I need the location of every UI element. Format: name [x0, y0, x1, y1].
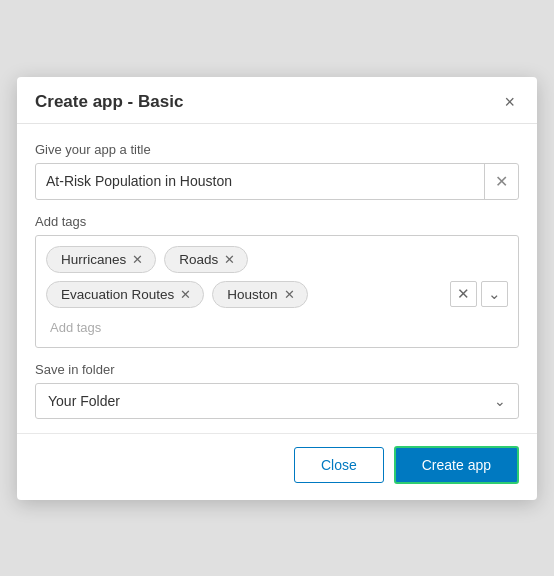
tag-hurricanes: Hurricanes ✕ [46, 246, 156, 273]
tag-roads: Roads ✕ [164, 246, 248, 273]
tag-hurricanes-label: Hurricanes [61, 252, 126, 267]
title-input-wrapper: ✕ [35, 163, 519, 200]
title-field-label: Give your app a title [35, 142, 519, 157]
dialog-header: Create app - Basic × [17, 77, 537, 124]
tags-row-2: Evacuation Routes ✕ Houston ✕ ✕ ⌄ [46, 281, 508, 308]
tag-houston-remove[interactable]: ✕ [284, 288, 295, 301]
tags-collapse-button[interactable]: ⌄ [481, 281, 508, 307]
title-input[interactable] [36, 164, 484, 198]
dialog-title: Create app - Basic [35, 92, 183, 112]
close-button[interactable]: Close [294, 447, 384, 483]
tags-actions: ✕ ⌄ [450, 281, 508, 307]
tags-row-2-tags: Evacuation Routes ✕ Houston ✕ [46, 281, 450, 308]
tag-hurricanes-remove[interactable]: ✕ [132, 253, 143, 266]
folder-select-value: Your Folder [48, 393, 494, 409]
create-app-dialog: Create app - Basic × Give your app a tit… [17, 77, 537, 500]
tag-roads-remove[interactable]: ✕ [224, 253, 235, 266]
dialog-close-icon[interactable]: × [500, 91, 519, 113]
folder-field-label: Save in folder [35, 362, 519, 377]
dialog-body: Give your app a title ✕ Add tags Hurrica… [17, 124, 537, 433]
create-app-button[interactable]: Create app [394, 446, 519, 484]
folder-chevron-icon: ⌄ [494, 393, 506, 409]
tag-houston-label: Houston [227, 287, 277, 302]
tag-evacuation: Evacuation Routes ✕ [46, 281, 204, 308]
tags-row-2-inner: Evacuation Routes ✕ Houston ✕ ✕ ⌄ [46, 281, 508, 308]
tags-container: Hurricanes ✕ Roads ✕ Evacuation Routes ✕ [35, 235, 519, 348]
tags-add-placeholder[interactable]: Add tags [46, 316, 508, 339]
tag-houston: Houston ✕ [212, 281, 307, 308]
tag-roads-label: Roads [179, 252, 218, 267]
title-clear-button[interactable]: ✕ [484, 164, 518, 199]
tags-clear-all-button[interactable]: ✕ [450, 281, 477, 307]
dialog-footer: Close Create app [17, 433, 537, 500]
tags-row-1: Hurricanes ✕ Roads ✕ [46, 246, 508, 273]
tag-evacuation-label: Evacuation Routes [61, 287, 174, 302]
tag-evacuation-remove[interactable]: ✕ [180, 288, 191, 301]
folder-select[interactable]: Your Folder ⌄ [35, 383, 519, 419]
tags-field-label: Add tags [35, 214, 519, 229]
